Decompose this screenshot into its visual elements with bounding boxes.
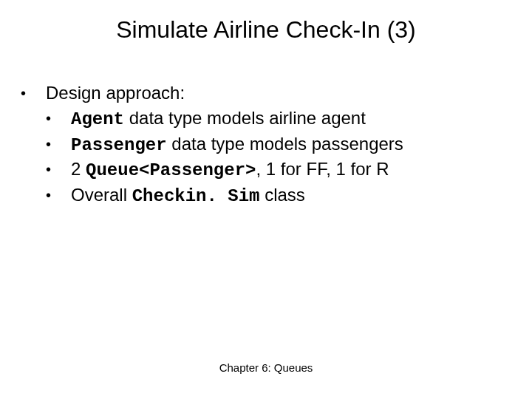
list-heading: Design approach: (46, 81, 508, 105)
list-item-text: 2 Queue<Passenger>, 1 for FF, 1 for R (71, 157, 508, 183)
bullet-icon: • (46, 132, 71, 156)
list-item: • 2 Queue<Passenger>, 1 for FF, 1 for R (46, 157, 508, 183)
list-item-text: Overall Checkin. Sim class (71, 183, 508, 208)
bullet-icon: • (46, 106, 71, 130)
list-item: • Design approach: (21, 81, 508, 105)
sublist: • Agent data type models airline agent •… (21, 106, 508, 208)
list-item-text: Passenger data type models passengers (71, 132, 508, 157)
list-item: • Overall Checkin. Sim class (46, 183, 508, 208)
code-token: Passenger (71, 135, 167, 155)
list-item: • Agent data type models airline agent (46, 106, 508, 132)
list-item: • Passenger data type models passengers (46, 132, 508, 157)
slide-body: • Design approach: • Agent data type mod… (21, 81, 508, 208)
code-token: Queue<Passenger> (86, 160, 256, 180)
bullet-icon: • (46, 157, 71, 181)
code-token: Checkin. Sim (132, 186, 260, 206)
code-token: Agent (71, 109, 124, 129)
bullet-icon: • (21, 81, 46, 105)
slide-title: Simulate Airline Check-In (3) (0, 16, 532, 44)
bullet-icon: • (46, 183, 71, 207)
slide: Simulate Airline Check-In (3) • Design a… (0, 0, 532, 399)
list-item-text: Agent data type models airline agent (71, 106, 508, 132)
slide-footer: Chapter 6: Queues (0, 361, 532, 374)
